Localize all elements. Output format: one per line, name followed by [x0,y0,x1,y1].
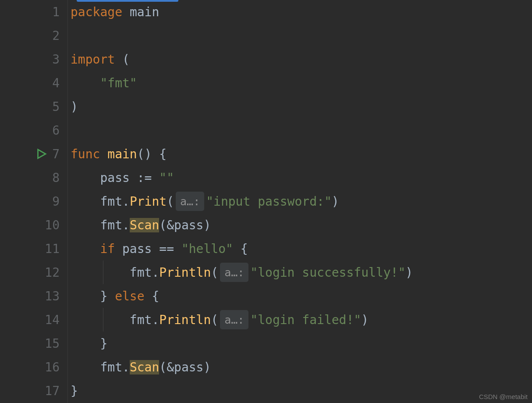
brace-open: { [152,289,159,303]
func-main: main [107,147,137,161]
dot: . [152,265,159,280]
code-editor: 1 2 3 4 5 6 7 8 9 10 11 12 13 14 15 16 1… [0,0,532,403]
keyword-package: package [71,5,122,19]
brace-close: } [100,336,107,351]
gutter-line[interactable]: 14 [0,308,67,332]
code-line[interactable]: pass := "" [71,166,532,189]
parameter-hint: a…: [176,192,204,211]
paren-close: ) [71,100,78,114]
arg-amp-pass: &pass [167,360,203,374]
string-hello: "hello" [181,242,233,256]
keyword-import: import [71,52,115,67]
gutter-line[interactable]: 3 [0,47,67,71]
line-number: 6 [52,123,60,138]
brace-close: } [100,289,107,303]
keyword-func: func [71,147,100,161]
parameter-hint: a…: [220,263,248,282]
code-line[interactable]: fmt.Scan(&pass) [71,355,532,379]
code-line[interactable] [71,24,532,47]
paren-close: ) [145,147,152,161]
gutter-line[interactable]: 13 [0,284,67,308]
line-number: 10 [45,218,60,232]
identifier-fmt: fmt [100,194,122,209]
line-number: 3 [52,52,60,67]
line-number: 13 [45,289,60,303]
gutter-line[interactable]: 10 [0,213,67,237]
identifier-fmt: fmt [130,313,152,327]
gutter-line[interactable]: 11 [0,237,67,260]
code-line[interactable]: } else { [71,284,532,308]
code-line[interactable]: fmt.Scan(&pass) [71,213,532,237]
identifier-main: main [130,5,159,19]
paren-close: ) [405,265,413,280]
gutter-line[interactable]: 2 [0,24,67,47]
line-number: 16 [45,360,60,374]
code-line[interactable] [71,118,532,142]
brace-open: { [159,147,167,161]
string-login-failed: "login failed!" [250,313,361,327]
code-line[interactable]: func main() { [71,142,532,166]
string-empty: "" [159,171,174,185]
identifier-pass: pass [122,242,152,256]
gutter-line[interactable]: 7 [0,142,67,166]
code-line[interactable]: package main [71,0,532,24]
code-line[interactable]: ) [71,95,532,118]
arg-amp-pass: &pass [167,218,203,232]
line-number: 4 [52,76,60,90]
code-line[interactable]: fmt.Println(a…:"login failed!") [71,308,532,332]
line-number: 15 [45,336,60,351]
line-number: 2 [52,29,60,43]
gutter-line[interactable]: 15 [0,332,67,355]
code-line[interactable]: fmt.Print(a…:"input password:") [71,189,532,213]
identifier-pass: pass [100,171,129,185]
paren-close: ) [361,313,369,327]
code-line[interactable]: } [71,379,532,403]
gutter-line[interactable]: 17 [0,379,67,403]
dot: . [122,360,130,374]
identifier-fmt: fmt [100,218,122,232]
paren-open: ( [159,218,167,232]
gutter-line[interactable]: 9 [0,189,67,213]
paren-open: ( [211,265,218,280]
func-Println: Println [159,313,211,327]
func-Println: Println [159,265,211,280]
dot: . [122,218,130,232]
paren-open: ( [159,360,167,374]
gutter-line[interactable]: 16 [0,355,67,379]
code-line[interactable]: import ( [71,47,532,71]
line-number: 12 [45,265,60,280]
watermark: CSDN @metabit [479,393,528,400]
decl-op: := [137,171,152,185]
gutter-line[interactable]: 5 [0,95,67,118]
gutter-line[interactable]: 1 [0,0,67,24]
code-line[interactable]: if pass == "hello" { [71,237,532,260]
gutter-line[interactable]: 8 [0,166,67,189]
run-icon[interactable] [32,145,50,163]
line-number: 9 [52,194,60,209]
paren-open: ( [167,194,174,209]
line-number: 7 [52,147,60,161]
line-number: 14 [45,313,60,327]
gutter: 1 2 3 4 5 6 7 8 9 10 11 12 13 14 15 16 1… [0,0,68,403]
func-Scan-highlight: Scan [130,360,159,374]
code-line[interactable]: fmt.Println(a…:"login successfully!") [71,260,532,284]
string-fmt: "fmt" [100,76,137,90]
code-line[interactable]: } [71,332,532,355]
dot: . [152,313,159,327]
eq-op: == [159,242,174,256]
parameter-hint: a…: [220,310,248,329]
code-line[interactable]: "fmt" [71,71,532,95]
gutter-line[interactable]: 12 [0,260,67,284]
code-area[interactable]: package main import ( "fmt" ) func main(… [68,0,532,403]
identifier-fmt: fmt [130,265,152,280]
gutter-line[interactable]: 4 [0,71,67,95]
paren-open: ( [211,313,218,327]
line-number: 1 [52,5,60,19]
string-input-password: "input password:" [206,194,332,209]
brace-close: } [71,384,78,398]
line-number: 17 [45,384,60,398]
gutter-line[interactable]: 6 [0,118,67,142]
line-number: 11 [45,242,60,256]
func-Print: Print [130,194,167,209]
keyword-if: if [100,242,115,256]
